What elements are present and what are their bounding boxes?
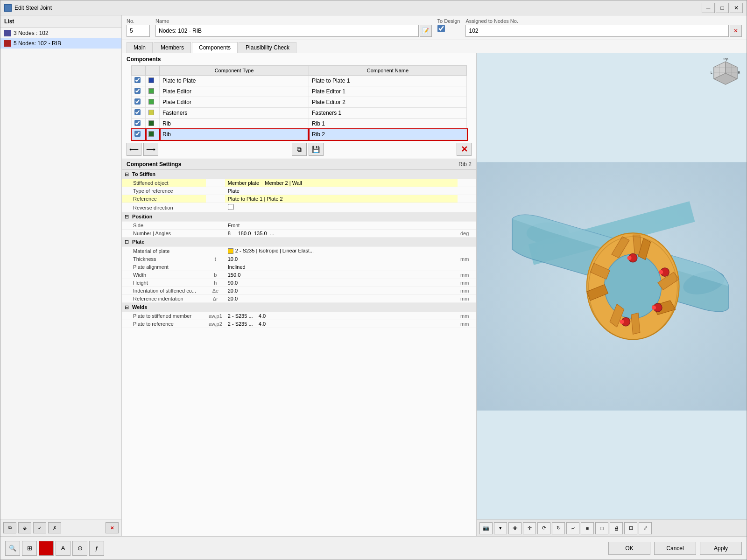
no-input[interactable] [127,25,150,37]
prop-val: 150.0 [225,271,458,279]
tab-main[interactable]: Main [127,42,153,53]
apply-button[interactable]: Apply [700,542,742,555]
reverse-checkbox[interactable] [228,204,234,210]
prop-unit [458,247,476,255]
toolbar-delete-btn[interactable]: ✕ [457,143,472,156]
prop-sym [206,179,225,187]
prop-name: Material of plate [122,247,206,255]
vp-expand-btn[interactable]: ⤢ [639,522,652,534]
prop-name: Number | Angles [122,230,206,238]
settings-row: Type of reference Plate [122,187,476,195]
settings-row: Stiffened object Member plate Member 2 |… [122,179,476,187]
comp-checkbox-0[interactable] [134,77,141,83]
comp-color-5 [148,131,154,137]
toolbar-left-btn[interactable]: ⟵ [127,143,141,156]
bottom-search-btn[interactable]: 🔍 [5,541,20,556]
vp-eye-btn[interactable]: 👁 [508,522,521,534]
collapse-btn[interactable]: ⊟ [125,239,129,245]
comp-type-0: Plate to Plate [160,76,309,86]
vp-rotate-z-btn[interactable]: ⤾ [566,522,579,534]
bottom-func-btn[interactable]: ƒ [89,541,104,556]
name-edit-btn[interactable]: 📝 [420,25,432,37]
minimize-button[interactable]: ─ [702,3,715,13]
table-row[interactable]: Fasteners Fasteners 1 [132,108,467,119]
prop-sym [206,263,225,271]
tab-members[interactable]: Members [154,42,191,53]
vp-camera-btn[interactable]: 📷 [479,522,493,534]
svg-marker-23 [631,313,640,335]
table-row[interactable]: Rib Rib 1 [132,119,467,129]
prop-sym [206,195,225,203]
assigned-clear-btn[interactable]: ✕ [730,25,742,37]
comp-color-0 [148,77,154,83]
prop-sym [206,187,225,195]
prop-unit: mm [458,312,476,320]
settings-group-header: ⊟ Welds [122,303,476,312]
assigned-input[interactable] [465,25,729,37]
sidebar-check-btn[interactable]: ✓ [33,522,46,533]
close-button[interactable]: ✕ [730,3,743,13]
ok-button[interactable]: OK [608,542,650,555]
sidebar-item-1[interactable]: 3 Nodes : 102 [0,28,121,38]
sidebar-delete-btn[interactable]: ✕ [106,522,119,533]
comp-type-3: Fasteners [160,108,309,119]
prop-sym: b [206,271,225,279]
cancel-button[interactable]: Cancel [654,542,696,555]
prop-sym: h [206,279,225,287]
toolbar-copy-btn[interactable]: ⧉ [292,143,307,156]
sidebar-paste-btn[interactable]: ⬙ [18,522,31,533]
bottom-text-btn[interactable]: A [56,541,70,556]
assigned-wrap: ✕ [465,25,742,37]
collapse-btn[interactable]: ⊟ [125,214,129,219]
comp-checkbox-2[interactable] [134,98,141,105]
vp-box-btn[interactable]: □ [595,522,608,534]
prop-name: Plate to stiffened member [122,312,206,320]
main-content: List 3 Nodes : 102 5 Nodes: 102 - RIB ⧉ … [0,15,747,536]
sidebar-copy-btn[interactable]: ⧉ [3,522,16,533]
collapse-btn[interactable]: ⊟ [125,171,129,177]
prop-name: Reverse direction [122,203,206,212]
table-row[interactable]: Plate Editor Plate Editor 1 [132,86,467,97]
comp-name-4: Rib 1 [309,119,466,129]
sidebar-item-2[interactable]: 5 Nodes: 102 - RIB [0,38,121,49]
tab-components[interactable]: Components [192,42,238,53]
prop-val: Plate to Plate 1 | Plate 2 [225,195,458,203]
header-row: No. Name 📝 To Design A [122,15,747,40]
to-design-checkbox[interactable] [437,25,445,32]
bottom-red-btn[interactable] [39,541,54,556]
bottom-view-btn[interactable]: ⊙ [72,541,87,556]
vp-rotate-y-btn[interactable]: ↻ [552,522,565,534]
comp-checkbox-3[interactable] [134,109,141,115]
comp-checkbox-1[interactable] [134,88,141,94]
table-row[interactable]: Plate to Plate Plate to Plate 1 [132,76,467,86]
maximize-button[interactable]: □ [716,3,729,13]
toolbar-right-btn[interactable]: ⟶ [143,143,158,156]
toolbar-row: ⟵ ⟶ ⧉ 💾 ✕ [122,140,476,159]
table-row[interactable]: Plate Editor Plate Editor 2 [132,97,467,108]
bottom-table-btn[interactable]: ⊞ [22,541,37,556]
comp-type-1: Plate Editor [160,86,309,97]
prop-unit [458,222,476,230]
name-input[interactable] [155,25,419,37]
prop-val: 8 -180.0 -135.0 -... [225,230,458,238]
prop-unit: mm [458,271,476,279]
comp-checkbox-4[interactable] [134,120,141,126]
vp-rotate-x-btn[interactable]: ⟳ [537,522,550,534]
vp-print-btn[interactable]: 🖨 [610,522,623,534]
vp-move-btn[interactable]: ✛ [523,522,536,534]
vp-dropdown-btn[interactable]: ▾ [494,522,507,534]
viewport-cube[interactable]: Top L R [709,58,742,91]
assigned-label: Assigned to Nodes No. [465,18,742,24]
vp-layer-btn[interactable]: ≡ [581,522,594,534]
toolbar-save-btn[interactable]: 💾 [309,143,324,156]
prop-unit [458,179,476,187]
sidebar-uncheck-btn[interactable]: ✗ [48,522,61,533]
prop-name: Side [122,222,206,230]
comp-name-5: Rib 2 [309,129,466,140]
tab-plausibility[interactable]: Plausibility Check [239,42,296,53]
comp-checkbox-5[interactable] [134,131,141,137]
collapse-btn[interactable]: ⊟ [125,304,129,310]
vp-measure-btn[interactable]: ⊞ [624,522,637,534]
comp-name-0: Plate to Plate 1 [309,76,466,86]
table-row[interactable]: Rib Rib 2 [132,129,467,140]
